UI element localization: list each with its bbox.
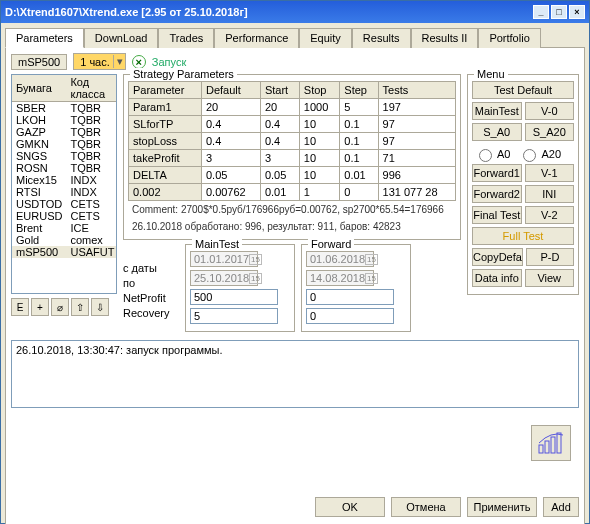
- list-item: SNGSTQBR: [12, 150, 117, 162]
- calendar-icon: 15: [365, 273, 378, 284]
- edit-button[interactable]: E: [11, 298, 29, 316]
- fulltest-button[interactable]: Full Test: [472, 227, 574, 245]
- menu-panel: Menu Test Default MainTestV-0 S_A0S_A20 …: [467, 74, 579, 295]
- list-item: USDTODCETS: [12, 198, 117, 210]
- tab-parameters[interactable]: Parameters: [5, 28, 84, 48]
- copydefa-button[interactable]: CopyDefa: [472, 248, 523, 266]
- minimize-button[interactable]: _: [533, 5, 549, 19]
- run-icon[interactable]: ×: [132, 55, 146, 69]
- list-item: BrentICE: [12, 222, 117, 234]
- maintest-button[interactable]: MainTest: [472, 102, 522, 120]
- svg-rect-1: [545, 441, 549, 453]
- bar-chart-icon: [537, 431, 565, 455]
- forward-to[interactable]: 14.08.201815: [306, 270, 374, 286]
- calendar-icon: 15: [249, 273, 262, 284]
- list-item: LKOHTQBR: [12, 114, 117, 126]
- apply-button[interactable]: Применить: [467, 497, 537, 517]
- finaltest-button[interactable]: Final Test: [472, 206, 522, 224]
- pd-button[interactable]: P-D: [526, 248, 574, 266]
- titlebar: D:\Xtrend1607\Xtrend.exe [2.95 от 25.10.…: [1, 1, 589, 23]
- svg-rect-3: [557, 433, 561, 453]
- status-line: 26.10.2018 обработано: 996, результат: 9…: [128, 218, 456, 235]
- ok-button[interactable]: OK: [315, 497, 385, 517]
- chart-button[interactable]: [531, 425, 571, 461]
- down-button[interactable]: ⇩: [91, 298, 109, 316]
- list-item: EURUSDCETS: [12, 210, 117, 222]
- a20-radio[interactable]: A20: [518, 146, 561, 162]
- calendar-icon: 15: [365, 254, 378, 265]
- list-item: Micex15INDX: [12, 174, 117, 186]
- forward1-button[interactable]: Forward1: [472, 164, 522, 182]
- tab-portfolio[interactable]: Portfolio: [478, 28, 540, 48]
- list-item: SBERTQBR: [12, 102, 117, 115]
- add-bottom-button[interactable]: Add: [543, 497, 579, 517]
- maintest-from[interactable]: 01.01.201715: [190, 251, 258, 267]
- close-button[interactable]: ×: [569, 5, 585, 19]
- tab-trades[interactable]: Trades: [158, 28, 214, 48]
- v2-button[interactable]: V-2: [525, 206, 575, 224]
- tab-download[interactable]: DownLoad: [84, 28, 159, 48]
- list-item: GMKNTQBR: [12, 138, 117, 150]
- list-item: GAZPTQBR: [12, 126, 117, 138]
- up-button[interactable]: ⇧: [71, 298, 89, 316]
- sa20-button[interactable]: S_A20: [525, 123, 575, 141]
- view-button[interactable]: View: [525, 269, 575, 287]
- strategy-parameters: Strategy Parameters ParameterDefault Sta…: [123, 74, 461, 240]
- add-button[interactable]: +: [31, 298, 49, 316]
- datainfo-button[interactable]: Data info: [472, 269, 522, 287]
- window-title: D:\Xtrend1607\Xtrend.exe [2.95 от 25.10.…: [5, 6, 533, 18]
- cancel-button[interactable]: Отмена: [391, 497, 461, 517]
- tab-performance[interactable]: Performance: [214, 28, 299, 48]
- ini-button[interactable]: INI: [525, 185, 575, 203]
- calendar-icon: 15: [249, 254, 262, 265]
- list-item: ROSNTQBR: [12, 162, 117, 174]
- sa0-button[interactable]: S_A0: [472, 123, 522, 141]
- maintest-to[interactable]: 25.10.201815: [190, 270, 258, 286]
- tab-results2[interactable]: Results II: [411, 28, 479, 48]
- maximize-button[interactable]: □: [551, 5, 567, 19]
- log-area[interactable]: 26.10.2018, 13:30:47: запуск программы.: [11, 340, 579, 408]
- forward-group: Forward 01.06.201815 14.08.201815 0 0: [301, 244, 411, 332]
- v1-button[interactable]: V-1: [525, 164, 575, 182]
- v0-button[interactable]: V-0: [525, 102, 575, 120]
- launch-label[interactable]: Запуск: [152, 56, 186, 68]
- svg-rect-0: [539, 445, 543, 453]
- maintest-group: MainTest 01.01.201715 25.10.201815 500 5: [185, 244, 295, 332]
- forward-netprofit[interactable]: 0: [306, 289, 394, 305]
- test-default-button[interactable]: Test Default: [472, 81, 574, 99]
- tab-equity[interactable]: Equity: [299, 28, 352, 48]
- maintest-recovery[interactable]: 5: [190, 308, 278, 324]
- current-symbol: mSP500: [11, 54, 67, 70]
- maintest-netprofit[interactable]: 500: [190, 289, 278, 305]
- forward-recovery[interactable]: 0: [306, 308, 394, 324]
- a0-radio[interactable]: A0: [474, 146, 510, 162]
- main-tabs: Parameters DownLoad Trades Performance E…: [5, 27, 585, 48]
- forward-from[interactable]: 01.06.201815: [306, 251, 374, 267]
- clear-button[interactable]: ⌀: [51, 298, 69, 316]
- forward2-button[interactable]: Forward2: [472, 185, 522, 203]
- symbol-list[interactable]: БумагаКод класса SBERTQBR LKOHTQBR GAZPT…: [11, 74, 117, 294]
- tab-results[interactable]: Results: [352, 28, 411, 48]
- list-item: mSP500USAFUT: [12, 246, 117, 258]
- period-select[interactable]: 1 час. ▾: [73, 53, 126, 70]
- list-item: Goldcomex: [12, 234, 117, 246]
- list-item: RTSIINDX: [12, 186, 117, 198]
- chevron-down-icon: ▾: [113, 55, 123, 68]
- svg-rect-2: [551, 437, 555, 453]
- comment-line: Comment: 2700$*0.5руб/176966руб=0.00762,…: [128, 201, 456, 218]
